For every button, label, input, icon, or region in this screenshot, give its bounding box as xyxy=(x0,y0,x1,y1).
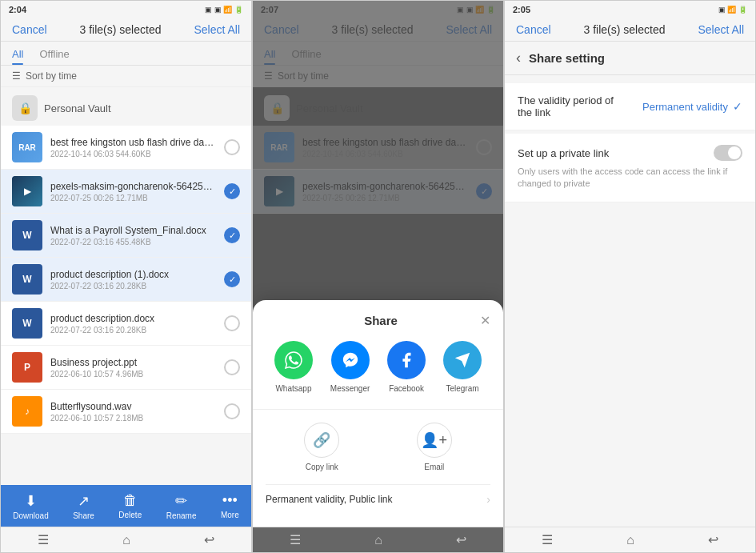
file-meta-rar: 2022-10-14 06:03 544.60KB xyxy=(50,150,216,158)
selected-count-3: 3 file(s) selected xyxy=(584,23,666,36)
cancel-button-1[interactable]: Cancel xyxy=(12,23,47,36)
action-bar-1: Cancel 3 file(s) selected Select All xyxy=(1,18,251,42)
file-check-wav[interactable] xyxy=(224,403,240,419)
share-link-text: Permanent validity, Public link xyxy=(266,494,393,505)
file-name-rar: best free kingston usb flash drive data … xyxy=(50,137,216,148)
share-icon: ↗ xyxy=(78,492,90,510)
file-check-rar[interactable] xyxy=(224,139,240,155)
file-check-mp4[interactable]: ✓ xyxy=(224,183,240,199)
more-button[interactable]: ••• More xyxy=(221,492,239,519)
delete-icon: 🗑 xyxy=(123,492,138,509)
screen-3: 2:05 ▣ 📶 🔋 Cancel 3 file(s) selected Sel… xyxy=(504,0,756,553)
back-nav-icon-2[interactable]: ↩ xyxy=(456,532,466,547)
nav-bar-2: ☰ ⌂ ↩ xyxy=(253,527,503,552)
sort-bar-1: ☰ Sort by time xyxy=(1,66,251,87)
delete-button[interactable]: 🗑 Delete xyxy=(118,492,142,519)
validity-checkmark: ✓ xyxy=(733,100,742,113)
file-item-docx2[interactable]: W product description (1).docx 2022-07-2… xyxy=(1,258,251,302)
tab-offline-1[interactable]: Offline xyxy=(39,42,69,65)
share-telegram[interactable]: Telegram xyxy=(443,341,482,393)
menu-nav-icon-2[interactable]: ☰ xyxy=(290,532,301,547)
file-list-1: 🔒 Personal Vault RAR best free kingston … xyxy=(1,87,251,485)
back-nav-icon-3[interactable]: ↩ xyxy=(708,532,718,547)
file-name-docx2: product description (1).docx xyxy=(50,269,216,280)
share-whatsapp[interactable]: Whatsapp xyxy=(274,341,313,393)
rar-thumb: RAR xyxy=(12,132,42,162)
file-check-docx2[interactable]: ✓ xyxy=(224,271,240,287)
download-icon: ⬇ xyxy=(25,492,37,510)
personal-vault-section-1: 🔒 Personal Vault xyxy=(1,87,251,126)
share-facebook[interactable]: Facebook xyxy=(387,341,426,393)
status-icons-1: ▣ ▣ 📶 🔋 xyxy=(205,6,243,14)
settings-title: Share setting xyxy=(529,51,605,65)
chevron-right-icon: › xyxy=(486,493,490,506)
back-nav-icon[interactable]: ↩ xyxy=(204,532,214,547)
menu-nav-icon-3[interactable]: ☰ xyxy=(542,532,553,547)
share-button[interactable]: ↗ Share xyxy=(73,492,94,520)
share-title: Share xyxy=(282,314,480,327)
share-messenger[interactable]: Messenger xyxy=(330,341,370,393)
download-button[interactable]: ⬇ Download xyxy=(13,492,48,520)
docx2-thumb: W xyxy=(12,264,42,295)
wav-thumb: ♪ xyxy=(12,396,42,427)
facebook-icon xyxy=(387,341,426,379)
email-action[interactable]: 👤+ Email xyxy=(417,423,452,471)
file-item-mp4[interactable]: ▶ pexels-maksim-goncharenok-5642523.mp4 … xyxy=(1,170,251,214)
time-1: 2:04 xyxy=(9,5,26,14)
rename-button[interactable]: ✏ Rename xyxy=(166,492,197,520)
private-link-label: Set up a private link xyxy=(518,147,609,159)
back-button[interactable]: ‹ xyxy=(516,50,521,66)
private-link-toggle[interactable] xyxy=(714,145,742,161)
tab-all-1[interactable]: All xyxy=(12,42,23,65)
copy-link-action[interactable]: 🔗 Copy link xyxy=(304,423,339,471)
file-item-rar[interactable]: RAR best free kingston usb flash drive d… xyxy=(1,126,251,170)
nav-bar-3: ☰ ⌂ ↩ xyxy=(505,527,755,552)
file-info-mp4: pexels-maksim-goncharenok-5642523.mp4 20… xyxy=(50,181,216,202)
vault-icon-1: 🔒 xyxy=(12,95,38,121)
cancel-button-3[interactable]: Cancel xyxy=(516,23,551,36)
messenger-icon xyxy=(331,341,370,379)
action-bar-3: Cancel 3 file(s) selected Select All xyxy=(505,18,755,42)
file-item-docx1[interactable]: W What is a Payroll System_Final.docx 20… xyxy=(1,214,251,258)
home-nav-icon-2[interactable]: ⌂ xyxy=(374,533,382,547)
private-link-setting: Set up a private link Only users with th… xyxy=(505,134,755,202)
close-share-button[interactable]: ✕ xyxy=(480,313,490,328)
home-nav-icon[interactable]: ⌂ xyxy=(122,533,130,547)
sort-label-1[interactable]: Sort by time xyxy=(26,70,77,82)
file-name-wav: Butterflysound.wav xyxy=(50,401,216,412)
tabs-1: All Offline xyxy=(1,42,251,66)
select-all-button-1[interactable]: Select All xyxy=(194,23,240,36)
telegram-icon xyxy=(443,341,482,379)
file-check-docx1[interactable]: ✓ xyxy=(224,227,240,243)
telegram-label: Telegram xyxy=(446,384,478,393)
file-info-ppt: Business project.ppt 2022-06-10 10:57 4.… xyxy=(50,357,216,379)
messenger-label: Messenger xyxy=(330,384,370,393)
sort-icon-1: ☰ xyxy=(12,70,21,82)
file-name-docx1: What is a Payroll System_Final.docx xyxy=(50,225,216,236)
vault-label-1: Personal Vault xyxy=(44,102,111,114)
share-link-row[interactable]: Permanent validity, Public link › xyxy=(266,484,490,514)
share-apps: Whatsapp Messenger Facebook xyxy=(266,341,490,393)
file-check-ppt[interactable] xyxy=(224,359,240,375)
more-label: More xyxy=(221,511,239,519)
file-item-ppt[interactable]: P Business project.ppt 2022-06-10 10:57 … xyxy=(1,346,251,390)
status-bar-1: 2:04 ▣ ▣ 📶 🔋 xyxy=(1,1,251,18)
file-item-wav[interactable]: ♪ Butterflysound.wav 2022-06-10 10:57 2.… xyxy=(1,390,251,434)
home-nav-icon-3[interactable]: ⌂ xyxy=(626,533,634,547)
ppt-thumb: P xyxy=(12,352,42,383)
bottom-toolbar-1: ⬇ Download ↗ Share 🗑 Delete ✏ Rename •••… xyxy=(1,485,251,527)
file-info-docx2: product description (1).docx 2022-07-22 … xyxy=(50,269,216,291)
validity-setting[interactable]: The validity period of the link Permanen… xyxy=(505,83,755,130)
select-all-button-3[interactable]: Select All xyxy=(698,23,744,36)
selected-count-1: 3 file(s) selected xyxy=(80,23,162,36)
whatsapp-icon xyxy=(274,341,313,379)
delete-label: Delete xyxy=(118,511,142,519)
file-item-docx3[interactable]: W product description.docx 2022-07-22 03… xyxy=(1,302,251,346)
share-divider xyxy=(253,409,503,410)
file-meta-mp4: 2022-07-25 00:26 12.71MB xyxy=(50,194,216,202)
menu-nav-icon[interactable]: ☰ xyxy=(38,532,49,547)
file-check-docx3[interactable] xyxy=(224,315,240,331)
rename-icon: ✏ xyxy=(175,492,187,510)
share-settings-panel: The validity period of the link Permanen… xyxy=(505,75,755,552)
file-meta-docx3: 2022-07-22 03:16 20.28KB xyxy=(50,326,216,335)
